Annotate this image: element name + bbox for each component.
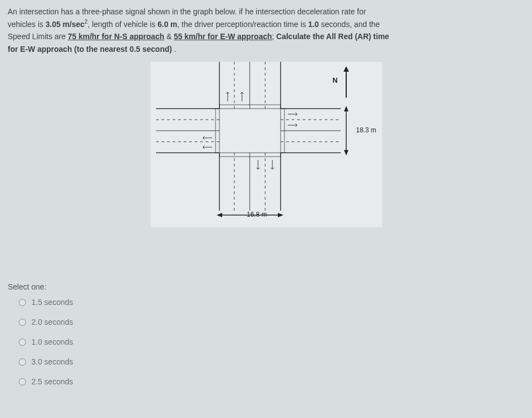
- question-text: An intersection has a three-phase signal…: [8, 6, 524, 55]
- speed-ns: 75 km/hr for N-S approach: [68, 32, 164, 41]
- period: .: [174, 45, 176, 53]
- q-line2b: , length of vehicle is: [88, 20, 158, 29]
- option-1[interactable]: 2.0 seconds: [19, 318, 524, 326]
- q-line2d: seconds, and the: [319, 20, 380, 29]
- radio-icon[interactable]: [19, 378, 26, 385]
- dim-width-label: 16.8 m: [247, 211, 267, 218]
- option-label: 1.5 seconds: [31, 298, 73, 307]
- option-label: 2.5 seconds: [31, 377, 73, 386]
- diagram-svg: [151, 62, 382, 227]
- q-line4: for E-W approach (to the nearest 0.5 sec…: [8, 45, 172, 53]
- calc: Calculate the All Red (AR) time: [276, 32, 389, 41]
- option-label: 2.0 seconds: [31, 318, 73, 326]
- radio-icon[interactable]: [19, 319, 26, 326]
- option-0[interactable]: 1.5 seconds: [19, 298, 524, 307]
- radio-icon[interactable]: [19, 339, 26, 346]
- dim-height-label: 18.3 m: [356, 126, 377, 134]
- q-line2c: , the driver perception/reaction time is: [178, 20, 308, 29]
- decel-val: 3.05 m/sec: [45, 20, 84, 29]
- option-3[interactable]: 3.0 seconds: [19, 357, 524, 366]
- radio-icon[interactable]: [19, 299, 26, 306]
- q-line3b: ;: [272, 32, 276, 41]
- select-one-label: Select one:: [8, 282, 524, 291]
- speed-ew: 55 km/hr for E-W approach: [174, 32, 272, 41]
- amp: &: [164, 32, 174, 41]
- q-line3a: Speed Limits are: [8, 32, 68, 41]
- option-label: 3.0 seconds: [31, 357, 73, 366]
- option-label: 1.0 seconds: [31, 337, 73, 346]
- option-2[interactable]: 1.0 seconds: [19, 337, 524, 346]
- diagram-container: N 18.3 m 16.8 m: [8, 62, 524, 227]
- svg-marker-25: [343, 66, 349, 72]
- vehlen-val: 6.0 m: [158, 20, 178, 29]
- options-list: 1.5 seconds 2.0 seconds 1.0 seconds 3.0 …: [8, 298, 524, 386]
- svg-marker-31: [278, 213, 283, 217]
- north-label: N: [332, 76, 337, 84]
- intersection-diagram: N 18.3 m 16.8 m: [151, 62, 382, 227]
- q-line1: An intersection has a three-phase signal…: [8, 7, 366, 16]
- option-4[interactable]: 2.5 seconds: [19, 377, 524, 386]
- q-line2a: vehicles is: [8, 20, 45, 29]
- prt-val: 1.0: [308, 20, 319, 29]
- svg-marker-28: [344, 150, 348, 156]
- radio-icon[interactable]: [19, 358, 26, 366]
- svg-marker-30: [217, 213, 222, 217]
- svg-marker-27: [344, 106, 348, 111]
